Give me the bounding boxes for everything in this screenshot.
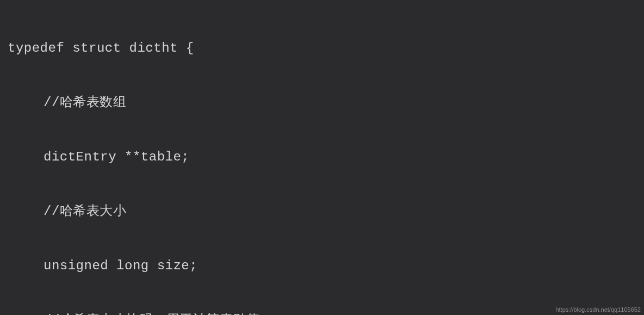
code-line: unsigned long size; (8, 252, 634, 280)
code-line: dictEntry **table; (8, 144, 634, 171)
code-text: dictEntry **table; (44, 150, 189, 164)
code-text: typedef struct dictht { (8, 41, 194, 55)
code-text: //哈希表大小 (44, 204, 126, 219)
code-block: typedef struct dictht { //哈希表数组 dictEntr… (0, 0, 644, 315)
code-text: //哈希表大小掩码，用于计算索引值 (44, 313, 259, 315)
code-line: //哈希表数组 (8, 89, 634, 116)
watermark-text: https://blog.csdn.net/qq1105652 (555, 306, 641, 313)
code-text: //哈希表数组 (44, 95, 126, 110)
code-line: //哈希表大小掩码，用于计算索引值 (8, 307, 634, 315)
code-line: //哈希表大小 (8, 198, 634, 225)
code-text: unsigned long size; (44, 258, 197, 273)
code-line: typedef struct dictht { (8, 35, 634, 62)
